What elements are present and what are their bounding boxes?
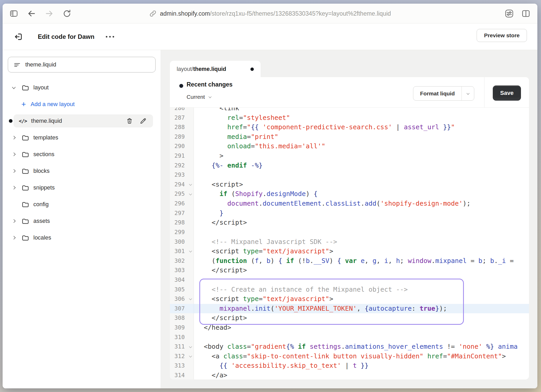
code-line[interactable]: 301 <script type="text/javascript"> (170, 247, 529, 256)
code-line[interactable]: 299 (170, 228, 529, 237)
chevron-right-icon[interactable] (12, 136, 16, 139)
line-number: 307 (170, 304, 194, 314)
chevron-right-icon[interactable] (12, 219, 16, 223)
chevron-down-icon[interactable] (12, 85, 16, 89)
code-line-text: {{ 'accessibility.skip_to_text' | t }} (194, 361, 529, 371)
code-line[interactable]: 302 (function (f, b) { if (!b.__SV) { va… (170, 256, 529, 266)
code-line[interactable]: 306 <script type="text/javascript"> (170, 294, 529, 304)
folder-icon (21, 150, 33, 158)
code-line[interactable]: 308 </script> (170, 313, 529, 323)
line-gutter: 292 (170, 161, 194, 170)
sidebar-toggle-icon[interactable] (9, 9, 18, 18)
code-line-text: mixpanel.init('YOUR_MIXPANEL_TOKEN', {au… (194, 304, 529, 314)
code-line[interactable]: 292 {%- endif -%} (170, 161, 529, 170)
recent-changes-dot (179, 84, 183, 88)
split-view-icon[interactable] (521, 9, 531, 18)
chevron-right-icon[interactable] (12, 169, 16, 173)
line-number: 313 (170, 361, 194, 371)
line-gutter: 307 (170, 304, 194, 314)
code-line[interactable]: 314 </a> (170, 371, 529, 379)
page-settings-icon[interactable] (505, 9, 514, 18)
code-area[interactable]: 286 <link287 rel="stylesheet"288 href="{… (170, 108, 529, 379)
tab-layout-theme-liquid[interactable]: layout/theme.liquid (170, 61, 261, 77)
version-dropdown[interactable]: Current (187, 94, 211, 100)
code-line[interactable]: 304 (170, 275, 529, 285)
code-line-text: </script> (194, 218, 529, 228)
line-gutter: 304 (170, 275, 194, 285)
code-line[interactable]: 296 document.documentElement.classList.a… (170, 199, 529, 209)
sidebar-item-blocks[interactable]: blocks (3, 163, 161, 179)
code-line[interactable]: 294 <script> (170, 180, 529, 189)
code-line[interactable]: 312 <a class="skip-to-content-link butto… (170, 352, 529, 361)
code-line-text: </a> (194, 371, 529, 379)
chevron-right-icon[interactable] (12, 236, 16, 240)
code-line-text: </script> (194, 266, 529, 275)
code-line[interactable]: 291 > (170, 151, 529, 161)
reload-icon[interactable] (63, 9, 71, 18)
plus-icon: + (21, 100, 26, 108)
file-sidebar: layout+Add a new layout</>theme.liquidte… (3, 50, 161, 388)
folder-icon (21, 234, 33, 242)
sidebar-item-theme.liquid[interactable]: </>theme.liquid (3, 113, 161, 129)
trash-icon (126, 117, 133, 125)
back-icon[interactable] (27, 9, 36, 18)
format-liquid-dropdown[interactable] (462, 87, 474, 100)
code-line[interactable]: 310 (170, 333, 529, 342)
code-line[interactable]: 293 (170, 170, 529, 180)
code-line[interactable]: 297 } (170, 209, 529, 218)
code-line-text: href="{{ 'component-predictive-search.cs… (194, 123, 529, 132)
address-bar[interactable]: admin.shopify.com/store/rzq1xu-f5/themes… (149, 4, 391, 23)
line-gutter: 314 (170, 371, 194, 379)
chevron-right-icon[interactable] (12, 186, 16, 189)
sidebar-item-assets[interactable]: assets (3, 213, 161, 229)
chevron-down-icon (466, 91, 469, 94)
chevron-right-icon[interactable] (12, 152, 16, 156)
line-gutter: 299 (170, 228, 194, 237)
line-gutter: 289 (170, 132, 194, 142)
code-line[interactable]: 307 mixpanel.init('YOUR_MIXPANEL_TOKEN',… (170, 304, 529, 314)
file-search-input[interactable] (8, 57, 156, 72)
sidebar-item-add-a-new-layout[interactable]: +Add a new layout (3, 96, 161, 113)
line-gutter: 294 (170, 180, 194, 189)
exit-editor-icon[interactable] (14, 32, 23, 41)
line-number: 314 (170, 371, 194, 379)
line-number: 304 (170, 275, 194, 285)
code-line[interactable]: 290 onload="this.media='all'" (170, 142, 529, 151)
code-line-text (194, 228, 529, 237)
chevron-down-icon (208, 95, 211, 98)
code-line[interactable]: 289 media="print" (170, 132, 529, 142)
sidebar-item-layout[interactable]: layout (3, 79, 161, 96)
code-line[interactable]: 309</head> (170, 323, 529, 333)
delete-file-button[interactable] (126, 117, 133, 125)
code-line[interactable]: 287 rel="stylesheet" (170, 113, 529, 123)
code-line[interactable]: 286 <link (170, 108, 529, 113)
code-line-text (194, 275, 529, 285)
code-line[interactable]: 288 href="{{ 'component-predictive-searc… (170, 123, 529, 132)
format-liquid-button[interactable]: Format liquid (413, 87, 462, 100)
code-line[interactable]: 313 {{ 'accessibility.skip_to_text' | t … (170, 361, 529, 371)
editor-panel: layout/theme.liquid Recent changes Curre… (161, 50, 537, 388)
code-line[interactable]: 311<body class="gradient{% if settings.a… (170, 342, 529, 352)
line-number: 305 (170, 285, 194, 295)
more-actions-icon[interactable] (106, 36, 114, 38)
sidebar-item-config[interactable]: config (3, 196, 161, 213)
sidebar-item-locales[interactable]: locales (3, 229, 161, 246)
save-button[interactable]: Save (493, 85, 521, 101)
code-line[interactable]: 303 </script> (170, 266, 529, 275)
preview-store-button[interactable]: Preview store (477, 29, 527, 42)
code-line-text: {%- endif -%} (194, 161, 529, 170)
sidebar-item-sections[interactable]: sections (3, 146, 161, 163)
line-number: 297 (170, 209, 194, 218)
sidebar-item-snippets[interactable]: snippets (3, 179, 161, 196)
code-line[interactable]: 295 if (Shopify.designMode) { (170, 189, 529, 199)
forward-icon[interactable] (45, 9, 54, 18)
rename-file-button[interactable] (139, 117, 147, 125)
code-line-text: onload="this.media='all'" (194, 142, 529, 151)
code-line[interactable]: 305 <!-- Create an instance of the Mixpa… (170, 285, 529, 295)
selected-file-pill[interactable]: </>theme.liquid (14, 114, 153, 127)
code-line[interactable]: 298 </script> (170, 218, 529, 228)
code-line[interactable]: 300 <!-- Mixpanel Javascript SDK --> (170, 237, 529, 247)
sidebar-item-label: theme.liquid (31, 118, 62, 124)
sidebar-item-templates[interactable]: templates (3, 129, 161, 146)
sidebar-item-label: templates (33, 134, 58, 141)
